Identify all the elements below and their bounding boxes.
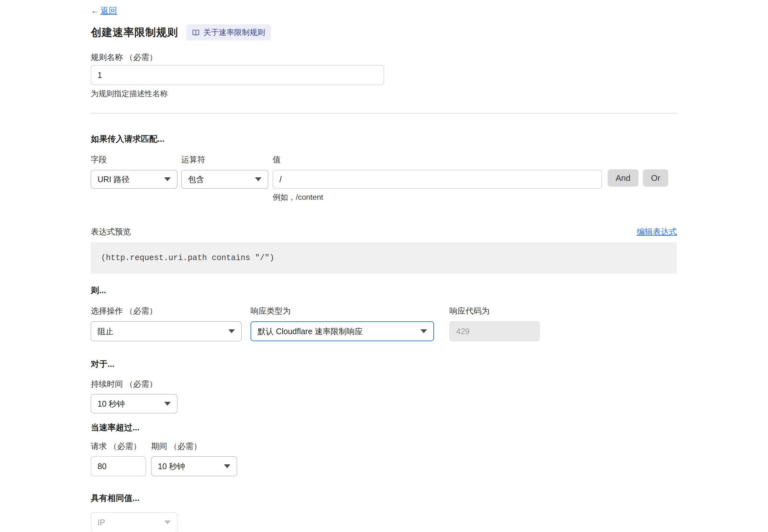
rule-name-section: 规则名称 （必需） 为规则指定描述性名称 [91,52,384,99]
response-type-column: 响应类型为 默认 Cloudflare 速率限制响应 [250,306,434,341]
action-select[interactable]: 阻止 [91,321,241,341]
field-select[interactable]: URI 路径 [91,170,177,189]
rule-name-helper: 为规则指定描述性名称 [91,89,384,99]
match-row: 字段 URI 路径 运算符 包含 值 例如，/content And [91,154,677,202]
requests-label: 请求 （必需） [91,441,146,452]
response-type-select-value: 默认 Cloudflare 速率限制响应 [257,326,363,337]
then-row: 选择操作 （必需） 阻止 响应类型为 默认 Cloudflare 速率限制响应 … [91,306,677,341]
period-label: 期间 （必需） [151,441,237,452]
chevron-down-icon [164,402,171,406]
response-code-input: 429 [450,321,540,341]
operator-select-value: 包含 [188,174,204,185]
duration-select-value: 10 秒钟 [97,399,125,409]
requests-column: 请求 （必需） [91,441,146,476]
and-button[interactable]: And [608,169,638,187]
title-row: 创建速率限制规则 关于速率限制规则 [91,24,271,40]
field-select-value: URI 路径 [97,174,130,185]
operator-label: 运算符 [181,154,268,165]
operator-select[interactable]: 包含 [181,170,268,189]
duration-section: 对于... 持续时间 （必需） 10 秒钟 [91,359,283,413]
value-helper: 例如，/content [273,192,602,202]
rate-section: 当速率超过... 请求 （必需） 期间 （必需） 10 秒钟 [91,422,379,476]
match-section: 如果传入请求匹配... 字段 URI 路径 运算符 包含 值 例如，/conte… [91,133,677,202]
or-button[interactable]: Or [643,169,668,187]
response-code-value: 429 [456,327,470,336]
action-column: 选择操作 （必需） 阻止 [91,306,241,341]
rule-name-label: 规则名称 （必需） [91,52,384,63]
period-select[interactable]: 10 秒钟 [151,456,237,476]
action-label: 选择操作 （必需） [91,306,241,316]
rule-name-input[interactable] [91,65,384,85]
rate-heading: 当速率超过... [91,422,379,433]
field-label: 字段 [91,154,177,165]
back-arrow-icon: ← [91,6,99,16]
response-type-label: 响应类型为 [250,306,434,316]
chevron-down-icon [164,177,171,181]
same-value-heading: 具有相同值... [91,493,283,504]
same-value-section: 具有相同值... IP [91,493,283,532]
chevron-down-icon [255,177,261,181]
book-icon [192,29,199,36]
match-heading: 如果传入请求匹配... [91,133,677,145]
about-rate-limit-badge[interactable]: 关于速率限制规则 [186,24,271,40]
edit-expression-link[interactable]: 编辑表达式 [637,226,677,237]
rate-row: 请求 （必需） 期间 （必需） 10 秒钟 [91,441,379,476]
chevron-down-icon [164,520,171,524]
about-badge-label: 关于速率限制规则 [203,27,265,38]
characteristic-select: IP [91,512,177,532]
back-link[interactable]: ←返回 [91,5,117,16]
duration-heading: 对于... [91,359,283,370]
response-code-column: 响应代码为 429 [450,306,540,341]
chevron-down-icon [228,329,235,333]
characteristic-select-value: IP [97,518,105,527]
expression-preview-box: (http.request.uri.path contains "/") [91,242,677,274]
response-type-select[interactable]: 默认 Cloudflare 速率限制响应 [250,321,434,341]
expression-section: 表达式预览 编辑表达式 (http.request.uri.path conta… [91,226,677,274]
period-column: 期间 （必需） 10 秒钟 [151,441,237,476]
field-column: 字段 URI 路径 [91,154,177,189]
duration-select[interactable]: 10 秒钟 [91,394,177,413]
chevron-down-icon [224,464,230,468]
operator-column: 运算符 包含 [181,154,268,189]
action-select-value: 阻止 [97,326,114,337]
expression-header: 表达式预览 编辑表达式 [91,226,677,237]
value-input[interactable] [273,170,602,189]
chevron-down-icon [421,329,427,333]
requests-input[interactable] [91,456,146,476]
expression-text: (http.request.uri.path contains "/") [101,253,274,263]
page-title: 创建速率限制规则 [91,25,178,40]
response-code-label: 响应代码为 [450,306,540,316]
section-divider [91,113,677,114]
value-column: 值 例如，/content [273,154,602,202]
period-select-value: 10 秒钟 [158,461,185,472]
expression-preview-label: 表达式预览 [91,226,131,237]
then-heading: 则... [91,285,677,296]
duration-label: 持续时间 （必需） [91,379,283,389]
back-link-label: 返回 [100,5,117,16]
then-section: 则... 选择操作 （必需） 阻止 响应类型为 默认 Cloudflare 速率… [91,285,677,341]
logic-buttons: And Or [608,154,668,187]
value-label: 值 [273,154,602,165]
